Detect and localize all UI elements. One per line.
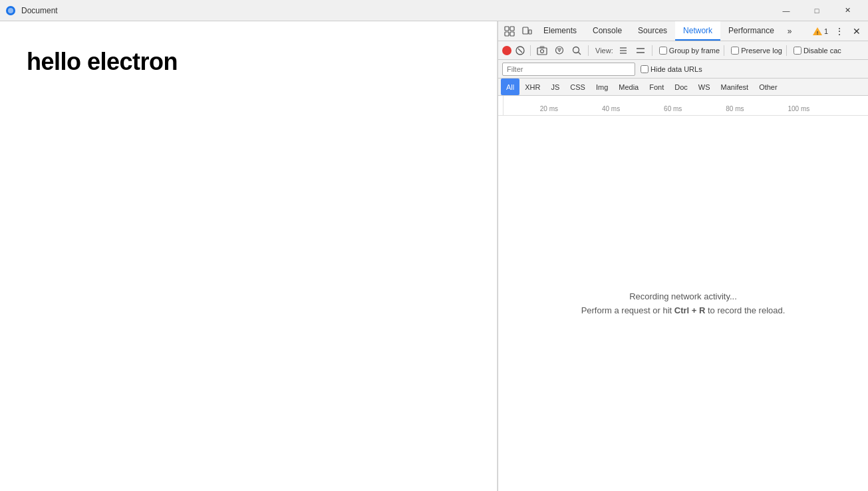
devtools-close-button[interactable]: ✕ <box>848 23 865 40</box>
svg-line-11 <box>518 49 522 53</box>
hide-data-urls-checkbox[interactable] <box>641 65 649 73</box>
network-recording-text: Recording network activity... <box>629 291 737 301</box>
page-content: hello electron <box>0 21 498 491</box>
devtools-panel: Elements Console Sources Network Perform… <box>498 21 868 491</box>
filter-tab-media[interactable]: Media <box>613 79 644 95</box>
preserve-log-checkbox[interactable] <box>731 47 739 55</box>
network-hint-text: Perform a request or hit Ctrl + R to rec… <box>581 305 786 315</box>
toolbar-separator-4 <box>724 45 724 56</box>
close-button[interactable]: ✕ <box>832 0 863 21</box>
devtools-tabs: Elements Console Sources Network Perform… <box>535 21 809 41</box>
svg-point-13 <box>541 49 544 53</box>
tab-sources[interactable]: Sources <box>630 21 675 41</box>
inspect-element-button[interactable] <box>501 23 518 40</box>
warning-count: 1 <box>824 27 828 35</box>
devtools-corner-buttons: ⋮ ✕ <box>831 23 865 40</box>
hint-key: Ctrl + R <box>674 305 706 315</box>
tick-40ms: 40 ms <box>602 105 620 112</box>
filter-tab-font[interactable]: Font <box>644 79 669 95</box>
disable-cache-group: Disable cac <box>794 47 841 55</box>
timeline-ticks: 20 ms 40 ms 60 ms 80 ms 100 ms <box>504 96 868 115</box>
filter-tab-xhr[interactable]: XHR <box>519 79 545 95</box>
tick-20ms: 20 ms <box>540 105 558 112</box>
svg-rect-4 <box>510 27 514 31</box>
view-label: View: <box>595 47 613 55</box>
network-type-filters: All XHR JS CSS Img Media Font Doc <box>498 79 868 96</box>
warning-badge[interactable]: ! 1 <box>809 27 831 36</box>
svg-rect-7 <box>529 30 531 34</box>
tab-console[interactable]: Console <box>585 21 630 41</box>
timeline-sidebar <box>498 96 504 115</box>
devtools-settings-button[interactable]: ⋮ <box>831 23 848 40</box>
group-by-frame-group: Group by frame <box>659 47 720 55</box>
device-toolbar-button[interactable] <box>518 23 535 40</box>
app-icon <box>5 5 16 16</box>
network-toolbar: View: Group by frame <box>498 41 868 60</box>
filter-requests-button[interactable] <box>552 43 567 58</box>
filter-tab-other[interactable]: Other <box>754 79 783 95</box>
filter-tab-all[interactable]: All <box>501 79 519 95</box>
filter-bar: Hide data URLs <box>498 60 868 79</box>
svg-point-1 <box>8 8 13 13</box>
svg-point-19 <box>573 47 579 53</box>
filter-tab-js[interactable]: JS <box>545 79 565 95</box>
svg-text:!: ! <box>817 30 819 36</box>
tick-100ms: 100 ms <box>788 105 809 112</box>
hint-prefix: Perform a request or hit <box>581 305 674 315</box>
window-title: Document <box>21 6 771 15</box>
devtools-top-toolbar: Elements Console Sources Network Perform… <box>498 21 868 41</box>
filter-tab-doc[interactable]: Doc <box>669 79 693 95</box>
timeline-header: 20 ms 40 ms 60 ms 80 ms 100 ms <box>498 96 868 116</box>
filter-tab-css[interactable]: CSS <box>565 79 591 95</box>
page-heading: hello electron <box>27 48 470 76</box>
filter-tab-manifest[interactable]: Manifest <box>716 79 754 95</box>
svg-rect-5 <box>510 32 514 36</box>
minimize-button[interactable]: — <box>771 0 801 21</box>
svg-line-20 <box>579 52 581 55</box>
toolbar-separator-2 <box>588 45 589 56</box>
disable-cache-checkbox[interactable] <box>794 47 801 55</box>
maximize-button[interactable]: □ <box>801 0 832 21</box>
filter-input[interactable] <box>502 63 635 76</box>
preserve-log-label: Preserve log <box>741 47 782 55</box>
tab-network[interactable]: Network <box>675 21 720 41</box>
toolbar-separator-1 <box>530 45 531 56</box>
svg-rect-6 <box>523 27 528 34</box>
hide-data-urls-label: Hide data URLs <box>651 65 702 73</box>
tab-performance[interactable]: Performance <box>720 21 782 41</box>
filter-tab-ws[interactable]: WS <box>693 79 716 95</box>
svg-rect-2 <box>505 27 509 31</box>
view-large-button[interactable] <box>633 43 648 58</box>
group-by-frame-label: Group by frame <box>669 47 720 55</box>
main-layout: hello electron <box>0 21 868 491</box>
search-network-button[interactable] <box>569 43 584 58</box>
tick-80ms: 80 ms <box>726 105 744 112</box>
tab-elements[interactable]: Elements <box>535 21 585 41</box>
tick-60ms: 60 ms <box>664 105 682 112</box>
record-network-button[interactable] <box>502 46 511 55</box>
warning-icon: ! <box>812 27 823 36</box>
camera-screenshot-button[interactable] <box>535 43 549 58</box>
group-by-frame-checkbox[interactable] <box>659 47 667 55</box>
hint-suffix: to record the reload. <box>705 305 785 315</box>
toolbar-separator-5 <box>786 45 787 56</box>
disable-cache-label: Disable cac <box>803 47 841 55</box>
hide-data-urls-group: Hide data URLs <box>641 65 702 73</box>
clear-network-button[interactable] <box>514 45 526 57</box>
window-controls: — □ ✕ <box>771 0 863 21</box>
title-bar: Document — □ ✕ <box>0 0 868 21</box>
preserve-log-group: Preserve log <box>731 47 782 55</box>
svg-rect-12 <box>537 48 547 55</box>
view-list-button[interactable] <box>616 43 631 58</box>
network-empty-state: Recording network activity... Perform a … <box>498 116 868 491</box>
svg-rect-3 <box>505 32 509 36</box>
svg-rect-14 <box>540 47 544 48</box>
tab-more-button[interactable]: » <box>782 21 797 41</box>
toolbar-separator-3 <box>652 45 652 56</box>
filter-tab-img[interactable]: Img <box>591 79 613 95</box>
